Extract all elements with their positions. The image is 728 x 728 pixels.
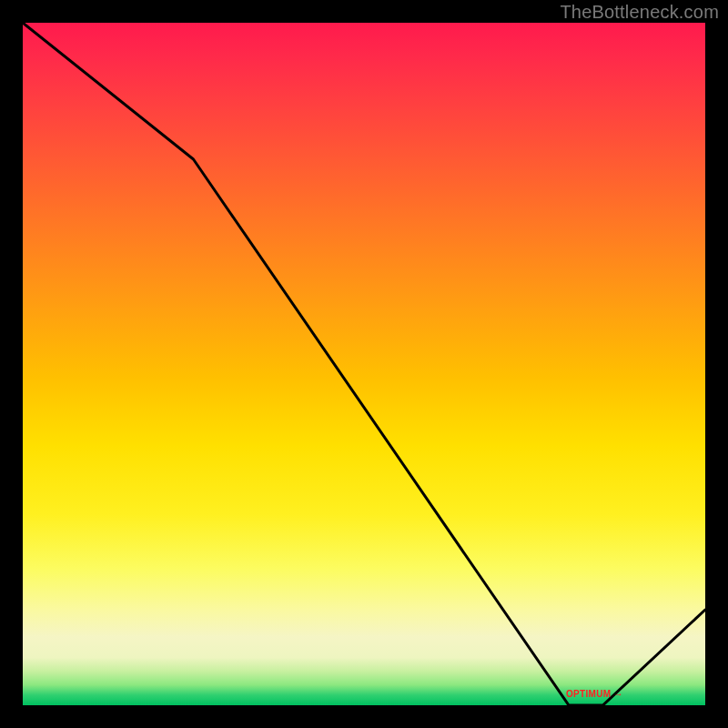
watermark-text: TheBottleneck.com [560,2,719,23]
optimum-label: OPTIMUM → [566,689,623,699]
plot-area: OPTIMUM → [23,23,705,705]
bottleneck-curve [23,23,705,705]
chart-frame: OPTIMUM → TheBottleneck.com [0,0,728,728]
